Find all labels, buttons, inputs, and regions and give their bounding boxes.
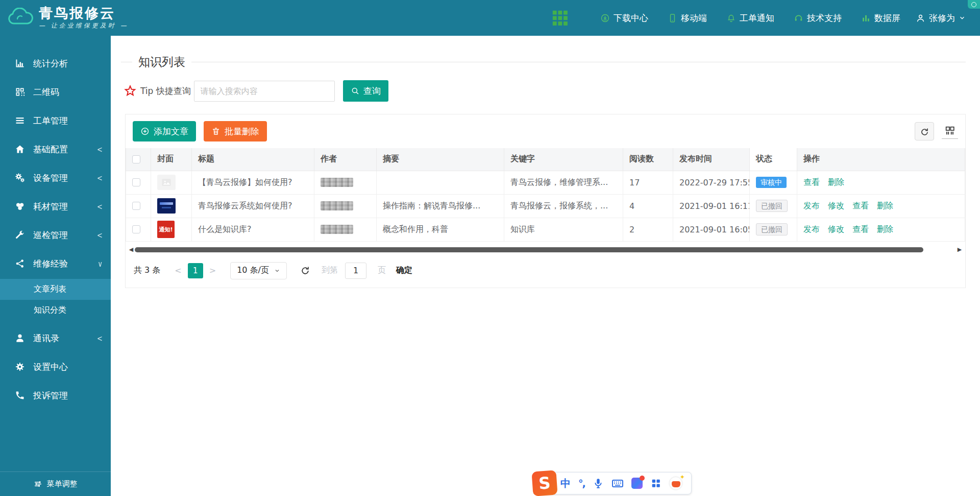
- pagination-refresh-button[interactable]: [300, 266, 310, 276]
- cell-checkbox: [126, 218, 151, 241]
- ime-chinese-mode[interactable]: 中: [560, 478, 571, 488]
- cell-cover: [151, 194, 192, 218]
- cubes-icon: [14, 201, 26, 211]
- add-article-button[interactable]: 添加文章: [133, 121, 196, 141]
- prev-page-button[interactable]: <: [168, 266, 187, 275]
- header-select-all: [126, 148, 151, 171]
- column-header-status: 状态: [750, 148, 797, 171]
- chevron-left-icon: <: [97, 145, 103, 154]
- tip-label: Tip 快捷查询: [140, 85, 191, 97]
- sidebar-item-contacts[interactable]: 通讯录<: [0, 324, 111, 352]
- cover-image-placeholder: [157, 175, 176, 190]
- action-link-view[interactable]: 查看: [803, 177, 820, 187]
- cell-title: 青鸟报修云系统如何使用?: [192, 194, 314, 218]
- goto-page-input[interactable]: [345, 263, 366, 279]
- action-link-edit[interactable]: 修改: [828, 224, 844, 234]
- sidebar-item-settings[interactable]: 设置中心: [0, 352, 111, 381]
- search-button-label: 查询: [363, 85, 381, 97]
- nav-item-mobile[interactable]: 移动端: [668, 12, 707, 24]
- sidebar-item-consumables[interactable]: 耗材管理<: [0, 192, 111, 221]
- page-size-value: 10 条/页: [237, 265, 269, 276]
- action-link-delete[interactable]: 删除: [877, 201, 893, 210]
- sidebar-item-basic-config[interactable]: 基础配置<: [0, 135, 111, 163]
- ime-skin-icon[interactable]: [631, 478, 643, 489]
- menu-adjust-button[interactable]: 菜单调整: [0, 471, 111, 496]
- action-link-publish[interactable]: 发布: [803, 201, 820, 210]
- sidebar-item-repair-exp[interactable]: 维修经验∨: [0, 249, 111, 278]
- app-logo: 青鸟报修云 — 让企业维保更及时 —: [0, 6, 129, 30]
- sidebar-item-complaints[interactable]: 投诉管理: [0, 381, 111, 410]
- search-input[interactable]: [194, 81, 335, 102]
- sidebar-item-qrcode[interactable]: 二维码: [0, 78, 111, 106]
- scrollbar-thumb[interactable]: [135, 247, 923, 252]
- title-divider: [121, 62, 966, 62]
- corner-overlay-icon[interactable]: [968, 0, 980, 9]
- add-article-label: 添加文章: [154, 126, 188, 137]
- apps-grid-icon[interactable]: [551, 9, 569, 27]
- action-link-view[interactable]: 查看: [852, 201, 869, 210]
- sidebar-item-stats[interactable]: 统计分析: [0, 49, 111, 78]
- select-all-checkbox[interactable]: [132, 155, 140, 163]
- sidebar-subitem-knowledge-category[interactable]: 知识分类: [0, 300, 111, 321]
- nav-item-notify[interactable]: 工单通知: [726, 12, 774, 24]
- column-header-keywords: 关键字: [504, 148, 623, 171]
- user-menu[interactable]: 张修为: [916, 12, 980, 24]
- chevron-down-icon: [274, 268, 280, 274]
- batch-delete-button[interactable]: 批量删除: [204, 121, 267, 141]
- column-header-published: 发布时间: [673, 148, 750, 171]
- ime-toolbox-icon[interactable]: [650, 478, 662, 489]
- cell-reads: 2: [623, 218, 673, 241]
- action-link-edit[interactable]: 修改: [828, 201, 844, 210]
- cell-actions: 发布修改查看删除: [797, 194, 965, 218]
- keyboard-icon[interactable]: [611, 477, 624, 489]
- sidebar-item-label: 二维码: [33, 86, 59, 98]
- goto-confirm-button[interactable]: 确定: [396, 265, 412, 276]
- cell-published: 2021-09-01 16:11: [673, 194, 750, 218]
- cell-status: 已撤回: [750, 218, 797, 241]
- sidebar-item-label: 基础配置: [33, 144, 68, 155]
- cell-status: 已撤回: [750, 194, 797, 218]
- sidebar-item-label: 维修经验: [33, 258, 68, 270]
- sogou-logo[interactable]: S: [531, 470, 557, 496]
- action-link-delete[interactable]: 删除: [877, 224, 893, 234]
- sidebar-item-label: 设备管理: [33, 172, 68, 184]
- next-page-button[interactable]: >: [203, 266, 222, 275]
- cell-keywords: 知识库: [504, 218, 623, 241]
- action-link-publish[interactable]: 发布: [803, 224, 820, 234]
- sidebar-subitem-article-list[interactable]: 文章列表: [0, 279, 111, 300]
- cell-reads: 4: [623, 194, 673, 218]
- action-link-delete[interactable]: 删除: [828, 177, 844, 187]
- page-number-button[interactable]: 1: [188, 263, 203, 278]
- ime-emoji-icon[interactable]: [669, 477, 682, 490]
- mobile-icon: [668, 13, 677, 23]
- sidebar-item-workorder[interactable]: 工单管理: [0, 106, 111, 135]
- sidebar-item-device[interactable]: 设备管理<: [0, 163, 111, 192]
- stats-icon: [14, 58, 26, 68]
- search-button[interactable]: 查询: [343, 80, 388, 102]
- row-checkbox[interactable]: [132, 178, 140, 186]
- nav-item-label: 移动端: [681, 12, 707, 24]
- nav-item-download[interactable]: 下载中心: [600, 12, 648, 24]
- table-toolbar: 添加文章 批量删除: [126, 114, 965, 148]
- cell-summary: 操作指南：解说青鸟报修...: [377, 194, 504, 218]
- sidebar-item-label: 统计分析: [33, 58, 68, 69]
- page-size-select[interactable]: 10 条/页: [230, 262, 287, 279]
- app-title: 青鸟报修云: [39, 6, 129, 21]
- row-checkbox[interactable]: [132, 225, 140, 233]
- action-link-view[interactable]: 查看: [852, 224, 869, 234]
- cloud-logo-icon: [7, 8, 34, 28]
- column-header-title: 标题: [192, 148, 314, 171]
- total-count: 共 3 条: [134, 265, 160, 276]
- column-settings-button[interactable]: [942, 124, 958, 139]
- ime-punctuation[interactable]: °,: [578, 480, 585, 487]
- nav-item-datascreen[interactable]: 数据屏: [861, 12, 900, 24]
- refresh-table-button[interactable]: [915, 122, 934, 140]
- goto-label: 到第: [322, 265, 338, 276]
- sidebar-item-inspection[interactable]: 巡检管理<: [0, 221, 111, 249]
- scrollbar-track[interactable]: [135, 247, 956, 253]
- nav-item-support[interactable]: 技术支持: [794, 12, 842, 24]
- table-panel: 添加文章 批量删除: [125, 114, 966, 288]
- microphone-icon[interactable]: [593, 478, 604, 489]
- row-checkbox[interactable]: [132, 202, 140, 210]
- cell-checkbox: [126, 194, 151, 218]
